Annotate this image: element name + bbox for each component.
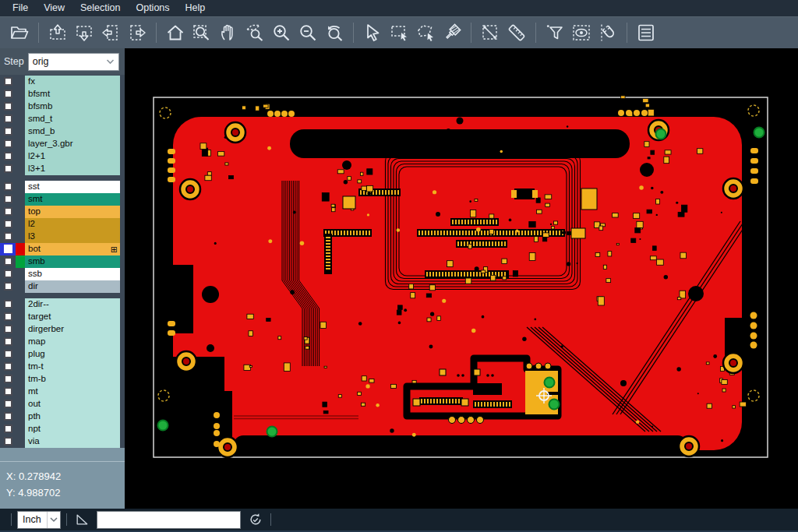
layer-row-pth[interactable]: pth xyxy=(0,410,125,423)
layer-color-swatch[interactable] xyxy=(16,361,25,373)
layer-checkbox[interactable] xyxy=(0,280,16,293)
layer-row-l3-1[interactable]: l3+1 xyxy=(0,163,125,175)
unit-select[interactable]: Inch xyxy=(17,511,61,529)
zoom-out-button[interactable] xyxy=(295,19,321,46)
shift-left-button[interactable] xyxy=(97,19,124,46)
select-rect-button[interactable] xyxy=(386,19,412,46)
layer-checkbox[interactable] xyxy=(0,255,16,268)
layer-row-bfsmb[interactable]: bfsmb xyxy=(0,100,125,113)
layer-label[interactable]: smd_t xyxy=(25,113,120,125)
layer-label[interactable]: l2 xyxy=(25,218,120,231)
layer-checkbox[interactable] xyxy=(0,336,16,348)
layer-checkbox[interactable] xyxy=(0,243,16,255)
layer-label[interactable]: l3 xyxy=(25,231,120,243)
layer-checkbox[interactable] xyxy=(0,398,16,410)
layer-checkbox[interactable] xyxy=(0,163,16,175)
layer-label[interactable]: smd_b xyxy=(25,125,120,138)
layer-checkbox[interactable] xyxy=(0,435,16,448)
pcb-viewport[interactable] xyxy=(125,48,798,509)
layer-label[interactable]: npt xyxy=(25,423,120,435)
layer-color-swatch[interactable] xyxy=(16,88,25,100)
layer-row-smt[interactable]: smt xyxy=(0,193,125,206)
layer-color-swatch[interactable] xyxy=(16,410,25,423)
layer-checkbox[interactable] xyxy=(0,218,16,231)
view-options-button[interactable] xyxy=(568,19,595,46)
layer-color-swatch[interactable] xyxy=(16,348,25,361)
layer-row-dirgerber[interactable]: dirgerber xyxy=(0,323,125,336)
layer-color-swatch[interactable] xyxy=(16,181,25,193)
step-select[interactable]: orig xyxy=(28,53,119,71)
layers-panel-button[interactable] xyxy=(633,19,659,46)
angle-measure-icon[interactable] xyxy=(72,510,91,529)
layer-color-swatch[interactable] xyxy=(16,218,25,231)
layer-label[interactable]: smb xyxy=(25,255,120,268)
snap-magnet-button[interactable] xyxy=(595,19,621,46)
layer-checkbox[interactable] xyxy=(0,113,16,125)
layer-label[interactable]: bot⊞ xyxy=(25,243,120,255)
layer-row-fx[interactable]: fx xyxy=(0,76,125,88)
layer-checkbox[interactable] xyxy=(0,231,16,243)
layer-color-swatch[interactable] xyxy=(16,398,25,410)
layer-checkbox[interactable] xyxy=(0,100,16,113)
layer-checkbox[interactable] xyxy=(0,268,16,280)
shift-down-button[interactable] xyxy=(71,19,97,46)
layer-color-swatch[interactable] xyxy=(16,243,25,255)
layer-row-layer-3-gbr[interactable]: layer_3.gbr xyxy=(0,138,125,150)
layer-checkbox[interactable] xyxy=(0,181,16,193)
layer-checkbox[interactable] xyxy=(0,423,16,435)
layer-checkbox[interactable] xyxy=(0,348,16,361)
layer-label[interactable]: target xyxy=(25,311,120,323)
layer-label[interactable]: sst xyxy=(25,181,120,193)
layer-color-swatch[interactable] xyxy=(16,435,25,448)
layer-color-swatch[interactable] xyxy=(16,423,25,435)
layer-row-npt[interactable]: npt xyxy=(0,423,125,435)
menu-options[interactable]: Options xyxy=(128,1,177,16)
layer-checkbox[interactable] xyxy=(0,410,16,423)
layer-color-swatch[interactable] xyxy=(16,100,25,113)
layer-row-ssb[interactable]: ssb xyxy=(0,268,125,280)
layer-color-swatch[interactable] xyxy=(16,206,25,218)
layer-row-top[interactable]: top xyxy=(0,206,125,218)
layer-checkbox[interactable] xyxy=(0,88,16,100)
layer-row-via[interactable]: via xyxy=(0,435,125,448)
layer-checkbox[interactable] xyxy=(0,76,16,88)
pan-hand-button[interactable] xyxy=(215,19,242,46)
layer-color-swatch[interactable] xyxy=(16,268,25,280)
layer-row-plug[interactable]: plug xyxy=(0,348,125,361)
zoom-previous-button[interactable] xyxy=(321,19,348,46)
layer-label[interactable]: ssb xyxy=(25,268,120,280)
layer-checkbox[interactable] xyxy=(0,323,16,336)
home-view-button[interactable] xyxy=(162,19,189,46)
layer-row-2dir-[interactable]: 2dir-- xyxy=(0,298,125,311)
layer-row-target[interactable]: target xyxy=(0,311,125,323)
layer-row-tm-b[interactable]: tm-b xyxy=(0,373,125,386)
layer-row-tm-t[interactable]: tm-t xyxy=(0,361,125,373)
layer-color-swatch[interactable] xyxy=(16,280,25,293)
layer-label[interactable]: via xyxy=(25,435,120,448)
pcb-canvas[interactable] xyxy=(125,48,798,509)
layer-row-mt[interactable]: mt xyxy=(0,386,125,398)
layer-color-swatch[interactable] xyxy=(16,311,25,323)
layer-row-sst[interactable]: sst xyxy=(0,181,125,193)
layer-checkbox[interactable] xyxy=(0,206,16,218)
layer-label[interactable]: bfsmb xyxy=(25,100,120,113)
zoom-window-button[interactable] xyxy=(189,19,215,46)
layer-color-swatch[interactable] xyxy=(16,386,25,398)
layer-row-bfsmt[interactable]: bfsmt xyxy=(0,88,125,100)
shift-right-button[interactable] xyxy=(124,19,150,46)
layer-checkbox[interactable] xyxy=(0,311,16,323)
refresh-icon[interactable] xyxy=(246,510,265,529)
filter-button[interactable] xyxy=(542,19,568,46)
layer-row-dir[interactable]: dir xyxy=(0,280,125,293)
layer-label[interactable]: dirgerber xyxy=(25,323,120,336)
layer-label[interactable]: bfsmt xyxy=(25,88,120,100)
layer-row-l3[interactable]: l3 xyxy=(0,231,125,243)
select-polygon-button[interactable] xyxy=(412,19,439,46)
layer-checkbox[interactable] xyxy=(0,125,16,138)
ruler-button[interactable] xyxy=(503,19,530,46)
layer-checkbox[interactable] xyxy=(0,361,16,373)
zoom-area-button[interactable] xyxy=(242,19,268,46)
clear-brush-button[interactable] xyxy=(439,19,465,46)
layer-label[interactable]: layer_3.gbr xyxy=(25,138,120,150)
layer-label[interactable]: tm-t xyxy=(25,361,120,373)
